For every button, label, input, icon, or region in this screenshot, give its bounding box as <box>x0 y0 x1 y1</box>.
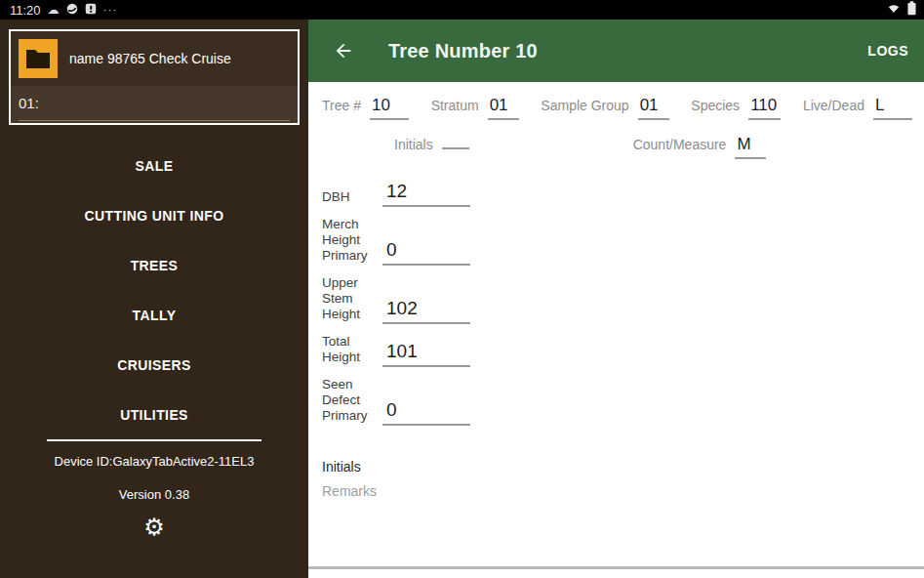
live-dead-input[interactable]: L <box>873 96 912 120</box>
initials-label: Initials <box>394 137 433 152</box>
count-measure-input[interactable]: M <box>735 135 766 159</box>
tree-form: Tree # 10 Stratum 01 Sample Group 01 Spe… <box>308 82 924 578</box>
folder-icon <box>19 39 58 78</box>
sample-group-field: Sample Group 01 <box>541 96 668 120</box>
status-time: 11:20 <box>10 3 41 18</box>
sidebar-menu: SALE CUTTING UNIT INFO TREES TALLY CRUIS… <box>0 141 308 439</box>
upper-stem-height-label: Upper Stem Height <box>322 275 377 324</box>
initials-input[interactable] <box>442 144 469 149</box>
sidebar-item-cutting-unit-info[interactable]: CUTTING UNIT INFO <box>0 190 308 240</box>
back-arrow-icon[interactable] <box>330 37 357 64</box>
merch-height-primary-field: Merch Height Primary 0 <box>322 217 914 266</box>
app-bar: Tree Number 10 LOGS <box>308 20 924 82</box>
sidebar-divider <box>47 439 261 441</box>
tree-number-input[interactable]: 10 <box>370 96 409 120</box>
form-row-1: Tree # 10 Stratum 01 Sample Group 01 Spe… <box>322 96 914 120</box>
upper-stem-height-input[interactable]: 102 <box>382 298 470 324</box>
cruise-card-subrow[interactable]: 01: <box>11 86 298 123</box>
tree-form-panel: Tree Number 10 LOGS Tree # 10 Stratum 01… <box>308 20 924 578</box>
seen-defect-primary-input[interactable]: 0 <box>382 399 470 426</box>
app-window: name 98765 Check Cruise 01: SALE CUTTING… <box>0 20 924 578</box>
navigation-drawer: name 98765 Check Cruise 01: SALE CUTTING… <box>0 20 308 578</box>
tree-number-field: Tree # 10 <box>322 96 409 120</box>
sidebar-item-sale[interactable]: SALE <box>0 141 308 190</box>
remarks-input[interactable]: Remarks <box>322 483 914 499</box>
upper-stem-height-field: Upper Stem Height 102 <box>322 275 914 324</box>
battery-icon <box>907 1 916 20</box>
cruise-title: name 98765 Check Cruise <box>69 51 231 66</box>
system-notification-icon <box>85 3 97 17</box>
tree-number-label: Tree # <box>322 98 361 113</box>
stratum-field: Stratum 01 <box>431 96 519 120</box>
sidebar-item-tally[interactable]: TALLY <box>0 290 308 340</box>
stratum-label: Stratum <box>431 98 479 113</box>
seen-defect-primary-label: Seen Defect Primary <box>322 377 377 426</box>
sidebar-item-trees[interactable]: TREES <box>0 240 308 290</box>
merch-height-primary-label: Merch Height Primary <box>322 217 377 266</box>
count-measure-field: Count/Measure M <box>633 135 767 159</box>
merch-height-primary-input[interactable]: 0 <box>382 239 470 266</box>
cruise-card-header: name 98765 Check Cruise <box>11 31 298 86</box>
cutting-unit-code: 01: <box>19 95 290 111</box>
device-id-label: Device ID:GalaxyTabActive2-11EL3 <box>55 454 255 469</box>
live-dead-field: Live/Dead L <box>803 96 912 120</box>
cruise-card-underline <box>19 120 290 121</box>
status-bar: 11:20 ☁ ··· <box>0 0 924 20</box>
cloud-icon: ☁ <box>48 4 60 16</box>
initials-section-label: Initials <box>322 459 914 475</box>
sample-group-label: Sample Group <box>541 98 628 113</box>
measurement-fields: DBH 12 Merch Height Primary 0 Upper Stem… <box>322 181 914 435</box>
notification-circle-icon <box>66 3 78 17</box>
species-field: Species 110 <box>691 96 781 120</box>
logs-button[interactable]: LOGS <box>867 43 908 59</box>
initials-field: Initials <box>394 137 469 152</box>
settings-gear-icon[interactable]: ⚙ <box>143 516 165 539</box>
count-measure-label: Count/Measure <box>633 137 727 152</box>
total-height-field: Total Height 101 <box>322 334 914 367</box>
wifi-icon <box>886 1 902 19</box>
species-input[interactable]: 110 <box>748 96 781 120</box>
seen-defect-primary-field: Seen Defect Primary 0 <box>322 377 914 426</box>
sidebar-item-cruisers[interactable]: CRUISERS <box>0 340 308 390</box>
app-version-label: Version 0.38 <box>119 487 189 502</box>
dbh-label: DBH <box>322 189 377 207</box>
dbh-input[interactable]: 12 <box>382 181 470 207</box>
total-height-label: Total Height <box>322 334 377 367</box>
stratum-input[interactable]: 01 <box>488 96 519 120</box>
species-label: Species <box>691 98 740 113</box>
sample-group-input[interactable]: 01 <box>638 96 669 120</box>
bottom-divider <box>308 566 924 569</box>
dbh-field: DBH 12 <box>322 181 914 207</box>
more-notifications-dots: ··· <box>103 3 118 17</box>
sidebar-item-utilities[interactable]: UTILITIES <box>0 390 308 439</box>
total-height-input[interactable]: 101 <box>382 341 470 367</box>
live-dead-label: Live/Dead <box>803 98 864 113</box>
form-row-2: Initials Count/Measure M <box>322 135 914 159</box>
cruise-file-card[interactable]: name 98765 Check Cruise 01: <box>9 29 300 125</box>
page-title: Tree Number 10 <box>388 40 538 62</box>
